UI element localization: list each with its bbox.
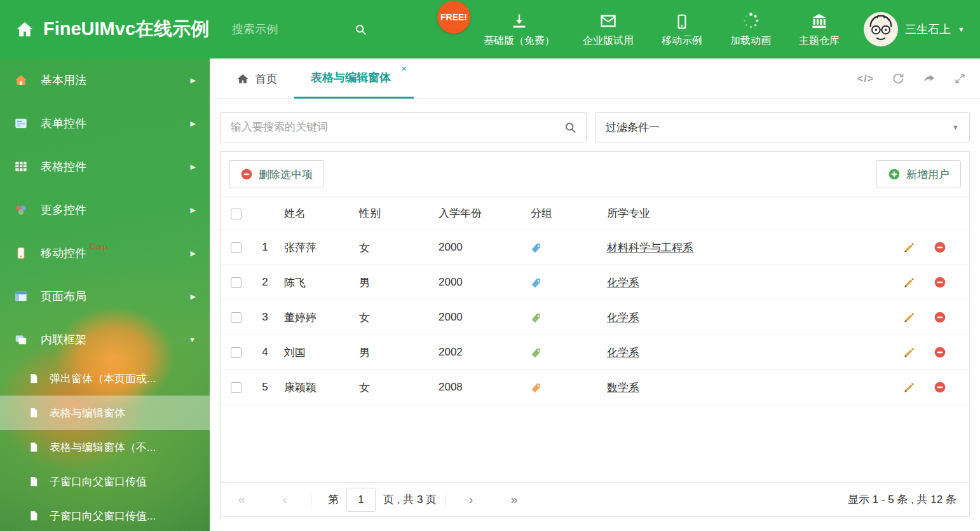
edit-icon[interactable]	[903, 382, 915, 394]
first-page-button[interactable]: «	[233, 492, 250, 507]
header-search-input[interactable]	[231, 22, 348, 37]
edit-icon[interactable]	[903, 242, 915, 254]
major-link[interactable]: 材料科学与工程系	[607, 242, 693, 254]
edit-icon[interactable]	[903, 277, 915, 289]
cell-name: 张萍萍	[279, 230, 354, 265]
chevron-right-icon: ▶	[191, 163, 196, 171]
last-page-button[interactable]: »	[506, 492, 522, 507]
header-nav: 基础版（免费） 企业版试用 移动示例 加载动画	[484, 11, 840, 48]
app-title: FineUIMvc在线示例	[43, 17, 209, 42]
search-icon[interactable]	[354, 23, 367, 36]
nav-item-loading-animations[interactable]: 加载动画	[730, 11, 771, 48]
delete-row-icon[interactable]	[934, 276, 946, 289]
nav-item-mobile-demo[interactable]: 移动示例	[662, 11, 702, 48]
filter-bar: 过滤条件一 ▼	[220, 112, 970, 142]
close-icon[interactable]: ×	[401, 63, 407, 74]
file-icon	[28, 476, 43, 487]
edit-icon[interactable]	[903, 312, 915, 324]
sidebar-subitem-popup-window[interactable]: 弹出窗体（本页面或...	[0, 361, 210, 396]
pagination-bar: « ‹ 第 页 , 共 3 页 › » 显示 1 - 5 条 , 共 12 条	[221, 482, 969, 516]
cell-year: 2000	[433, 265, 526, 300]
table-icon	[14, 160, 33, 174]
brand[interactable]: FineUIMvc在线示例	[15, 17, 209, 42]
row-checkbox[interactable]	[231, 382, 242, 393]
filter-select[interactable]: 过滤条件一 ▼	[595, 112, 970, 142]
user-menu[interactable]: 三生石上 ▼	[864, 12, 965, 46]
row-checkbox[interactable]	[231, 242, 242, 253]
search-icon[interactable]	[564, 121, 577, 134]
record-summary: 显示 1 - 5 条 , 共 12 条	[848, 492, 956, 507]
major-link[interactable]: 化学系	[607, 312, 639, 324]
sidebar-item-page-layout[interactable]: 页面布局 ▶	[0, 275, 210, 318]
delete-selected-button[interactable]: 删除选中项	[229, 160, 324, 188]
chevron-down-icon: ▼	[189, 336, 196, 343]
add-user-button[interactable]: 新增用户	[876, 160, 961, 188]
keyword-search[interactable]	[220, 112, 587, 142]
row-checkbox[interactable]	[231, 347, 242, 358]
delete-row-icon[interactable]	[934, 311, 946, 324]
expand-icon[interactable]	[954, 72, 966, 85]
row-index: 1	[251, 230, 279, 265]
refresh-icon[interactable]	[892, 72, 905, 85]
widgets-icon	[14, 203, 33, 217]
sidebar-subitem-child-to-parent-2[interactable]: 子窗口向父窗口传值...	[0, 499, 210, 531]
sidebar-item-grid-controls[interactable]: 表格控件 ▶	[0, 145, 210, 188]
col-group: 分组	[526, 197, 602, 230]
sidebar-item-basic-usage[interactable]: 基本用法 ▶	[0, 59, 210, 102]
tag-icon	[531, 347, 542, 359]
col-major: 所学专业	[602, 197, 888, 230]
nav-item-theme-repository[interactable]: 主题仓库	[799, 11, 840, 48]
sidebar-subitem-grid-edit-window[interactable]: 表格与编辑窗体	[0, 396, 210, 430]
sidebar-item-form-controls[interactable]: 表单控件 ▶	[0, 102, 210, 145]
avatar	[864, 12, 898, 46]
free-badge: FREE!	[437, 1, 470, 34]
major-link[interactable]: 化学系	[607, 277, 639, 289]
cell-gender: 女	[354, 230, 433, 265]
select-all-checkbox[interactable]	[231, 209, 242, 219]
table-row: 5 康颖颖 女 2008 数学系	[221, 370, 969, 405]
grid-panel: 删除选中项 新增用户 姓名 性别 入学年份	[220, 151, 970, 517]
sidebar: 基本用法 ▶ 表单控件 ▶ 表格控件 ▶ 更多控件 ▶	[0, 59, 210, 531]
sidebar-subitem-grid-edit-window-2[interactable]: 表格与编辑窗体（不...	[0, 430, 210, 464]
tag-icon	[531, 382, 542, 394]
chevron-right-icon: ▶	[191, 293, 196, 301]
sidebar-subitem-child-to-parent[interactable]: 子窗口向父窗口传值	[0, 464, 210, 499]
nav-label: 企业版试用	[583, 34, 634, 48]
tab-home[interactable]: 首页	[220, 59, 294, 99]
sidebar-item-iframe[interactable]: 内联框架 ▼	[0, 318, 210, 361]
sidebar-item-mobile-controls[interactable]: 移动控件 Corp. ▶	[0, 231, 210, 275]
chevron-down-icon: ▼	[952, 123, 959, 131]
share-forward-icon[interactable]	[923, 72, 936, 85]
grid-toolbar: 删除选中项 新增用户	[221, 152, 969, 197]
row-checkbox[interactable]	[231, 312, 242, 323]
page-prefix: 第	[328, 492, 339, 507]
row-checkbox[interactable]	[231, 277, 242, 288]
pager-divider	[311, 492, 311, 508]
layout-icon	[14, 289, 33, 303]
delete-row-icon[interactable]	[934, 241, 946, 254]
tab-grid-edit-window[interactable]: 表格与编辑窗体 ×	[294, 59, 414, 99]
cell-year: 2008	[433, 370, 526, 405]
app-home-icon	[15, 20, 34, 39]
nav-item-enterprise-trial[interactable]: 企业版试用	[583, 11, 634, 48]
next-page-button[interactable]: ›	[463, 492, 479, 507]
delete-row-icon[interactable]	[934, 381, 946, 394]
sidebar-item-more-controls[interactable]: 更多控件 ▶	[0, 188, 210, 231]
table-header-row: 姓名 性别 入学年份 分组 所学专业	[221, 197, 969, 230]
code-icon[interactable]: </>	[857, 73, 874, 85]
keyword-search-input[interactable]	[229, 120, 564, 134]
major-link[interactable]: 化学系	[607, 347, 639, 359]
mail-icon	[599, 11, 617, 30]
page-number-input[interactable]	[346, 488, 376, 512]
edit-icon[interactable]	[903, 347, 915, 359]
cell-gender: 女	[354, 300, 433, 335]
major-link[interactable]: 数学系	[607, 382, 639, 394]
delete-row-icon[interactable]	[934, 346, 946, 359]
tag-icon	[531, 277, 542, 289]
prev-page-button[interactable]: ‹	[276, 492, 293, 507]
header-search[interactable]	[231, 22, 367, 37]
page-suffix: 页 , 共 3 页	[383, 492, 437, 507]
file-icon	[28, 373, 43, 384]
nav-item-basic-edition[interactable]: 基础版（免费）	[484, 11, 555, 48]
cell-gender: 男	[354, 265, 433, 300]
